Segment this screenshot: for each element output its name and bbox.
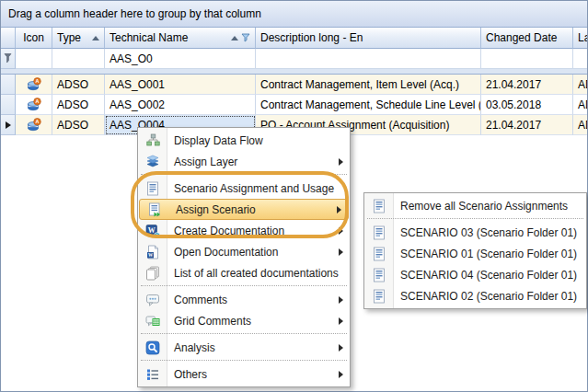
submenu-item-scenario-02[interactable]: SCENARIO 02 (Scenario Folder 01)	[364, 285, 586, 306]
menu-item-scenario-assignment-usage[interactable]: Scenario Assignment and Usage	[138, 178, 350, 199]
menu-item-label: Open Documentation	[174, 246, 278, 259]
cell-technical-name[interactable]: AAS_O002	[105, 95, 256, 115]
document-lines-icon	[145, 181, 160, 196]
grid-comment-icon	[145, 314, 160, 329]
filter-cell-description[interactable]	[256, 49, 481, 69]
document-lines-icon	[372, 225, 386, 240]
row-indicator	[1, 75, 16, 95]
svg-text:A: A	[35, 119, 39, 124]
submenu-arrow-icon	[339, 371, 343, 378]
cell-last[interactable]: AD	[573, 115, 587, 135]
cell-description[interactable]: Contract Management, Item Level (Acq.)	[256, 75, 481, 95]
menu-item-label: Analysis	[174, 341, 215, 354]
menu-item-display-data-flow[interactable]: Display Data Flow	[138, 130, 350, 151]
menu-item-analysis[interactable]: Analysis	[138, 337, 350, 358]
cell-changed-date-text: 21.04.2017	[486, 78, 541, 91]
menu-item-grid-comments[interactable]: Grid Comments	[138, 310, 350, 331]
menu-item-open-documentation[interactable]: W Open Documentation	[138, 241, 350, 262]
svg-text:W: W	[148, 226, 156, 235]
column-header-changed-date[interactable]: Changed Date	[481, 28, 573, 49]
table-row[interactable]: A ADSO AAS_O001 Contract Management, Ite…	[1, 75, 587, 95]
menu-item-label: Comments	[174, 294, 227, 306]
filter-cell-changed-date[interactable]	[481, 49, 573, 69]
menu-item-label: Create Documentation	[174, 225, 284, 237]
cell-description-text: Contract Management, Item Level (Acq.)	[260, 78, 459, 91]
cell-type[interactable]: ADSO	[52, 115, 105, 135]
menu-item-others[interactable]: Others	[138, 363, 350, 385]
cell-icon[interactable]: A	[16, 115, 52, 135]
column-filter-icon[interactable]	[241, 33, 250, 42]
column-header-icon[interactable]: Icon	[16, 28, 52, 49]
cell-changed-date[interactable]: 03.05.2018	[481, 95, 573, 115]
filter-value: AAS_O0	[110, 52, 153, 65]
group-by-hint-text: Drag a column header here to group by th…	[8, 7, 261, 20]
layers-icon	[145, 155, 160, 169]
menu-item-label: List of all created documentations	[174, 267, 339, 280]
submenu-arrow-icon	[337, 206, 341, 213]
sort-ascending-icon	[231, 36, 238, 40]
auto-filter-row: AAS_O0	[1, 49, 587, 69]
submenu-item-label: Remove all Scenario Assignments	[400, 200, 568, 213]
column-header-row: Icon Type Technical Name Description lon…	[1, 28, 587, 49]
document-lines-icon	[372, 289, 386, 304]
submenu-item-label: SCENARIO 01 (Scenario Folder 01)	[400, 248, 577, 260]
comment-bubble-icon	[145, 293, 160, 307]
word-document-icon: W	[145, 245, 160, 259]
filter-cell-last[interactable]	[573, 49, 587, 69]
svg-text:A: A	[35, 78, 39, 84]
menu-item-assign-scenario[interactable]: Assign Scenario	[139, 199, 349, 220]
submenu-item-scenario-03[interactable]: SCENARIO 03 (Scenario Folder 01)	[364, 222, 586, 243]
submenu-arrow-icon	[339, 248, 343, 256]
menu-separator	[141, 283, 347, 289]
cell-changed-date-text: 21.04.2017	[486, 119, 541, 132]
column-header-description-label: Description long - En	[260, 31, 363, 44]
menu-item-label: Others	[174, 368, 207, 381]
cell-technical-name-text: AAS_O002	[110, 98, 165, 111]
cell-changed-date-text: 03.05.2018	[486, 98, 541, 111]
filter-cell-type[interactable]	[52, 49, 105, 69]
group-by-panel[interactable]: Drag a column header here to group by th…	[1, 1, 587, 28]
cell-icon[interactable]: A	[16, 95, 52, 115]
cell-description[interactable]: Contract Management, Schedule Line Level…	[256, 95, 481, 115]
menu-item-comments[interactable]: Comments	[138, 289, 350, 310]
filter-row-icon	[4, 53, 12, 63]
cell-type[interactable]: ADSO	[52, 95, 105, 115]
filter-cell-icon[interactable]	[16, 49, 52, 69]
column-header-technical-name[interactable]: Technical Name	[105, 28, 256, 49]
cell-icon[interactable]: A	[16, 75, 52, 95]
submenu-item-remove-all-scenario-assignments[interactable]: Remove all Scenario Assignments	[364, 195, 586, 216]
column-header-description[interactable]: Description long - En	[256, 28, 481, 49]
menu-item-label: Assign Layer	[174, 156, 237, 168]
submenu-item-scenario-04[interactable]: SCENARIO 04 (Scenario Folder 01)	[364, 264, 586, 285]
submenu-arrow-icon	[339, 158, 343, 166]
adso-object-icon: A	[27, 118, 41, 133]
column-header-type[interactable]: Type	[52, 28, 105, 49]
cell-changed-date[interactable]: 21.04.2017	[481, 115, 573, 135]
list-bullets-icon	[145, 367, 160, 382]
submenu-item-scenario-01[interactable]: SCENARIO 01 (Scenario Folder 01)	[364, 243, 586, 264]
sort-ascending-icon	[92, 36, 99, 40]
filter-cell-technical-name[interactable]: AAS_O0	[105, 49, 256, 69]
svg-text:W: W	[148, 252, 154, 258]
submenu-arrow-icon	[339, 344, 343, 352]
menu-item-list-documentations[interactable]: List of all created documentations	[138, 262, 350, 283]
cell-type[interactable]: ADSO	[52, 75, 105, 95]
menu-item-label: Display Data Flow	[174, 134, 263, 147]
cell-changed-date[interactable]: 21.04.2017	[481, 75, 573, 95]
submenu-item-label: SCENARIO 03 (Scenario Folder 01)	[400, 226, 577, 239]
document-lines-icon	[372, 247, 386, 261]
menu-item-create-documentation[interactable]: W Create Documentation	[138, 220, 350, 241]
cell-last[interactable]: AD	[573, 95, 587, 115]
document-lines-icon	[372, 268, 386, 282]
cell-technical-name[interactable]: AAS_O001	[105, 75, 256, 95]
adso-object-icon: A	[27, 77, 41, 92]
column-header-changed-date-label: Changed Date	[486, 31, 557, 44]
menu-item-assign-layer[interactable]: Assign Layer	[138, 151, 350, 172]
column-header-last[interactable]: La	[573, 28, 587, 49]
table-row[interactable]: A ADSO AAS_O002 Contract Management, Sch…	[1, 95, 587, 115]
data-flow-icon	[145, 133, 160, 148]
current-row-indicator	[1, 115, 16, 135]
adso-object-icon: A	[27, 98, 41, 112]
cell-last[interactable]: AD	[573, 75, 587, 95]
header-indicator-cell	[1, 28, 16, 49]
